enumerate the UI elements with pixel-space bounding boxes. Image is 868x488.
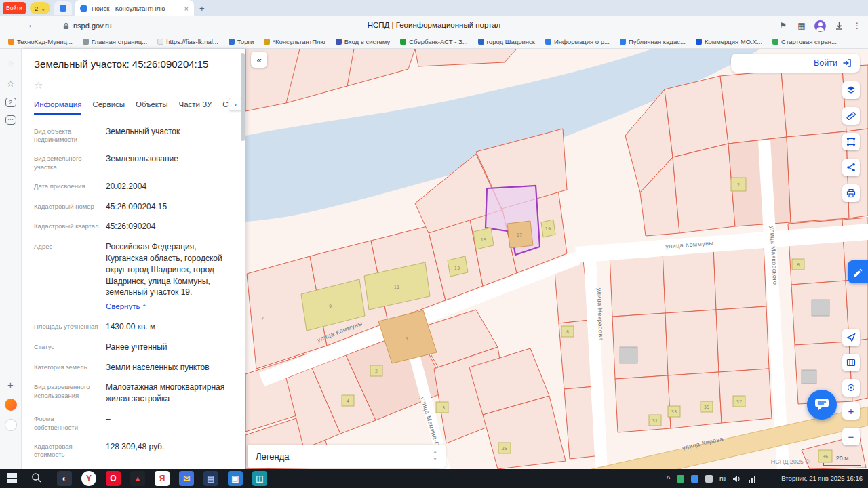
bookmark-item[interactable]: Сбербанк-АСТ - З... bbox=[400, 38, 467, 45]
print-icon bbox=[846, 188, 856, 198]
network-icon[interactable] bbox=[748, 475, 757, 483]
tab-information[interactable]: Информация bbox=[34, 100, 81, 115]
bookmark-item[interactable]: Коммерция МО.Х... bbox=[696, 38, 762, 45]
zoom-out-button[interactable]: − bbox=[842, 428, 860, 445]
yandex-browser-icon[interactable]: Y bbox=[81, 471, 96, 486]
app-icon[interactable]: ▣ bbox=[228, 471, 243, 486]
tray-expand-icon[interactable] bbox=[667, 474, 670, 483]
bookmark-item[interactable]: Публичная кадас... bbox=[620, 38, 686, 45]
tray-icon[interactable] bbox=[705, 475, 713, 483]
tab-group-chip[interactable]: 2 bbox=[30, 2, 50, 14]
tray-icon[interactable] bbox=[691, 475, 698, 483]
app-icon[interactable]: ◫ bbox=[252, 471, 267, 486]
collections-grid-icon[interactable] bbox=[796, 20, 807, 31]
taskbar-search-button[interactable] bbox=[31, 472, 42, 486]
measure-area-button[interactable] bbox=[842, 133, 860, 150]
bookmark-item[interactable]: город Шадринск bbox=[478, 38, 535, 45]
tabs-overflow-arrow[interactable]: › bbox=[229, 98, 242, 111]
legend-collapse-icon[interactable] bbox=[433, 452, 437, 460]
print-button[interactable] bbox=[842, 184, 860, 202]
favicon bbox=[620, 39, 626, 45]
favorite-star-icon[interactable] bbox=[34, 79, 45, 92]
portal-login-label: Войти bbox=[814, 58, 837, 68]
yandex-search-icon[interactable]: Я bbox=[155, 471, 170, 486]
volume-icon[interactable] bbox=[732, 475, 741, 483]
share-icon bbox=[846, 163, 856, 172]
history-icon[interactable] bbox=[0, 57, 60, 69]
field-row: Форма собственности– bbox=[34, 413, 233, 432]
app-icon[interactable]: ▴ bbox=[130, 471, 145, 486]
start-button[interactable] bbox=[7, 473, 17, 486]
search-icon bbox=[31, 472, 42, 483]
svg-text:11: 11 bbox=[394, 285, 399, 290]
app-icon[interactable]: ▤ bbox=[203, 471, 218, 486]
scrollbar-thumb[interactable] bbox=[241, 53, 245, 141]
url-chip[interactable]: nspd.gov.ru bbox=[62, 19, 112, 33]
bookmark-item[interactable]: Вход в систему bbox=[336, 38, 391, 45]
page-title: НСПД | Геоинформационный портал bbox=[0, 21, 868, 29]
chat-support-button[interactable] bbox=[807, 390, 837, 420]
locate-button[interactable] bbox=[842, 329, 860, 346]
ruler-icon bbox=[846, 111, 856, 121]
field-row: Вид земельного участкаЗемлепользование bbox=[34, 153, 233, 172]
svg-text:3: 3 bbox=[442, 405, 445, 411]
basemap-button[interactable] bbox=[842, 354, 860, 371]
bookmarks-icon[interactable] bbox=[5, 77, 17, 89]
pinned-tab[interactable] bbox=[54, 1, 72, 15]
tray-icon[interactable] bbox=[677, 475, 684, 483]
download-icon[interactable] bbox=[833, 20, 844, 31]
zoom-in-button[interactable]: + bbox=[842, 402, 860, 420]
plus-icon: + bbox=[848, 406, 854, 416]
url-text: nspd.gov.ru bbox=[73, 22, 112, 30]
portal-login-button[interactable]: Войти bbox=[731, 54, 860, 73]
panel-scrollbar[interactable] bbox=[241, 53, 245, 465]
new-tab-button[interactable] bbox=[199, 2, 205, 14]
bookmark-item[interactable]: https://fias-lk.nal... bbox=[157, 38, 218, 45]
tab-services[interactable]: Сервисы bbox=[92, 100, 125, 115]
bookmark-flag-icon[interactable] bbox=[778, 20, 789, 31]
weather-widget-icon[interactable] bbox=[5, 399, 17, 411]
panel-collapse-button[interactable]: « bbox=[251, 52, 267, 68]
svg-text:9: 9 bbox=[329, 304, 332, 309]
cadastral-map[interactable]: 7 9 11 13 15 17 19 2 1 2 4 3 25 8 31 33 … bbox=[245, 49, 868, 469]
field-row: Площадь уточненная1430.00 кв. м bbox=[34, 321, 233, 333]
favicon bbox=[478, 39, 484, 45]
tabs-panel-button[interactable]: 2 bbox=[5, 98, 16, 107]
collapse-address-link[interactable]: Свернуть bbox=[106, 301, 146, 312]
bookmark-item[interactable]: Стартовая стран... bbox=[772, 38, 837, 45]
layers-icon bbox=[846, 85, 856, 95]
menu-dots-icon[interactable] bbox=[852, 20, 863, 31]
draw-tools-button[interactable] bbox=[848, 260, 868, 283]
bookmark-item[interactable]: *КонсультантПлю bbox=[264, 38, 325, 45]
mail-icon[interactable]: ✉ bbox=[179, 471, 194, 486]
field-row: Вид объекта недвижимостиЗемельный участо… bbox=[34, 126, 233, 145]
add-panel-icon[interactable] bbox=[5, 378, 17, 390]
opera-icon[interactable]: O bbox=[106, 471, 121, 486]
field-row: Кадастровый номер45:26:090204:15 bbox=[34, 201, 233, 213]
scale-bar bbox=[823, 463, 861, 466]
app-icon[interactable]: ◐ bbox=[57, 471, 72, 486]
bookmarks-bar: ТехноКад-Муниц... Главная страниц... htt… bbox=[0, 35, 868, 49]
profile-avatar[interactable] bbox=[814, 20, 826, 32]
tab-close-icon[interactable] bbox=[184, 2, 189, 14]
ruler-button[interactable] bbox=[842, 107, 860, 125]
bookmark-item[interactable]: Информация о р... bbox=[545, 38, 610, 45]
assistant-icon[interactable] bbox=[5, 419, 17, 431]
browser-sync-login-button[interactable]: Войти bbox=[3, 2, 26, 14]
messenger-icon[interactable] bbox=[5, 115, 16, 125]
bookmark-item[interactable]: ТехноКад-Муниц... bbox=[8, 38, 73, 45]
share-button[interactable] bbox=[842, 159, 860, 176]
language-indicator[interactable]: ru bbox=[719, 475, 726, 483]
taskbar-clock[interactable]: Вторник, 21 янв 2025 16:16 bbox=[764, 475, 863, 482]
layers-button[interactable] bbox=[842, 81, 860, 99]
legend-bar[interactable]: Легенда bbox=[248, 445, 446, 468]
tab-objects[interactable]: Объекты bbox=[136, 100, 167, 115]
tab-parts[interactable]: Части ЗУ bbox=[179, 100, 212, 115]
back-button[interactable] bbox=[27, 20, 39, 32]
field-row: Кадастровая стоимость128 309,48 руб. bbox=[34, 441, 233, 460]
active-browser-tab[interactable]: Поиск - КонсультантПлю bbox=[75, 0, 194, 16]
search-coordinates-button[interactable] bbox=[842, 379, 860, 396]
bookmark-item[interactable]: Торги bbox=[229, 38, 254, 45]
bookmark-item[interactable]: Главная страниц... bbox=[83, 38, 147, 45]
screen: Войти 2 Поиск - КонсультантПлю nspd.gov.… bbox=[0, 0, 868, 488]
